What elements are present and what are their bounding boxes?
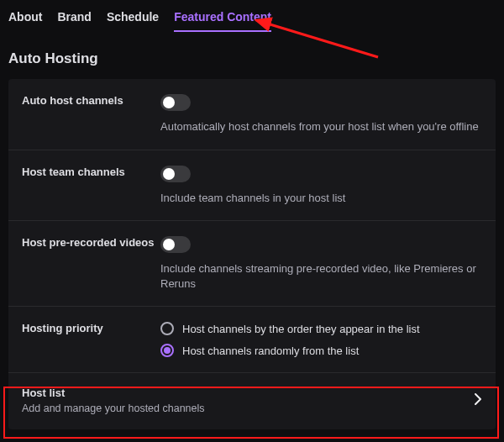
tab-brand[interactable]: Brand [57,7,91,32]
toggle-host-team-channels[interactable] [160,166,191,182]
auto-hosting-panel: Auto host channels Automatically host ch… [8,79,496,429]
radio-icon [160,322,174,335]
section-title-auto-hosting: Auto Hosting [0,32,504,79]
tabs-bar: About Brand Schedule Featured Content [0,0,504,32]
label-host-team-channels: Host team channels [22,166,160,206]
desc-host-prerecorded-videos: Include channels streaming pre-recorded … [160,261,482,291]
radio-priority-order[interactable]: Host channels by the order they appear i… [160,322,482,335]
tab-about[interactable]: About [8,7,42,32]
radio-label-random: Host channels randomly from the list [182,345,359,357]
label-hosting-priority: Hosting priority [22,322,160,357]
host-list-title: Host list [22,387,205,399]
row-host-prerecorded-videos: Host pre-recorded videos Include channel… [8,221,496,307]
label-host-prerecorded-videos: Host pre-recorded videos [22,236,160,291]
host-list-subtitle: Add and manage your hosted channels [22,403,205,414]
host-list-row[interactable]: Host list Add and manage your hosted cha… [8,373,496,429]
row-host-team-channels: Host team channels Include team channels… [8,150,496,222]
radio-dot-icon [164,347,171,354]
desc-auto-host-channels: Automatically host channels from your ho… [160,119,482,134]
tab-schedule[interactable]: Schedule [107,7,159,32]
toggle-auto-host-channels[interactable] [160,94,191,111]
toggle-knob-icon [163,97,175,108]
radio-icon [160,344,174,357]
desc-host-team-channels: Include team channels in your host list [160,191,482,206]
chevron-right-icon [474,393,482,408]
radio-label-order: Host channels by the order they appear i… [182,323,420,335]
toggle-host-prerecorded-videos[interactable] [160,236,191,253]
tab-featured-content[interactable]: Featured Content [174,7,271,32]
row-auto-host-channels: Auto host channels Automatically host ch… [8,79,496,150]
toggle-knob-icon [163,168,175,180]
radio-priority-random[interactable]: Host channels randomly from the list [160,344,482,357]
row-hosting-priority: Hosting priority Host channels by the or… [8,307,496,373]
toggle-knob-icon [163,239,175,250]
label-auto-host-channels: Auto host channels [22,94,160,134]
